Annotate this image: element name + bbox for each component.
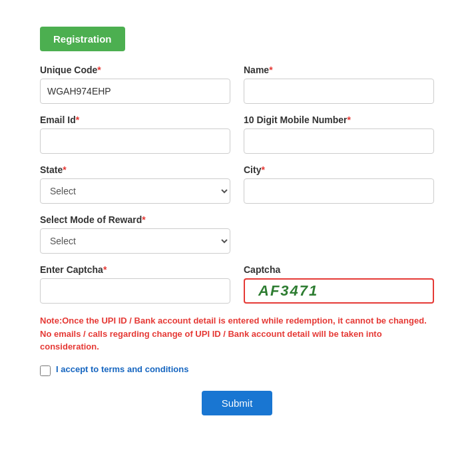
row-captcha: Enter Captcha* Captcha AF3471 — [40, 264, 434, 304]
submit-row: Submit — [40, 391, 434, 415]
mode-reward-label: Select Mode of Reward* — [40, 214, 230, 225]
row-state-city: State* Select City* — [40, 164, 434, 204]
mode-reward-spacer — [244, 214, 434, 254]
city-group: City* — [244, 164, 434, 204]
submit-button[interactable]: Submit — [202, 391, 273, 415]
name-input[interactable] — [244, 79, 434, 104]
mobile-group: 10 Digit Mobile Number* — [244, 115, 434, 154]
name-group: Name* — [244, 65, 434, 104]
enter-captcha-group: Enter Captcha* — [40, 264, 230, 304]
enter-captcha-label: Enter Captcha* — [40, 264, 230, 275]
registration-button[interactable]: Registration — [40, 27, 125, 51]
captcha-display-label: Captcha — [244, 264, 434, 275]
unique-code-label: Unique Code* — [40, 65, 230, 75]
captcha-display: AF3471 — [244, 278, 434, 304]
state-label: State* — [40, 164, 230, 175]
email-input[interactable] — [40, 128, 230, 154]
captcha-display-group: Captcha AF3471 — [244, 264, 434, 304]
mobile-input[interactable] — [244, 128, 434, 154]
email-group: Email Id* — [40, 115, 230, 154]
row-email-mobile: Email Id* 10 Digit Mobile Number* — [40, 115, 434, 154]
name-label: Name* — [244, 65, 434, 75]
mode-reward-group: Select Mode of Reward* Select — [40, 214, 230, 254]
note-text: Note:Once the UPI ID / Bank account deta… — [40, 314, 434, 354]
unique-code-group: Unique Code* — [40, 65, 230, 104]
note-section: Note:Once the UPI ID / Bank account deta… — [40, 314, 434, 354]
mode-reward-select[interactable]: Select — [40, 228, 230, 254]
captcha-input[interactable] — [40, 278, 230, 304]
terms-label[interactable]: I accept to terms and conditions — [56, 364, 188, 374]
state-select[interactable]: Select — [40, 178, 230, 204]
state-group: State* Select — [40, 164, 230, 204]
city-label: City* — [244, 164, 434, 175]
terms-row: I accept to terms and conditions — [40, 364, 434, 377]
mobile-label: 10 Digit Mobile Number* — [244, 115, 434, 125]
row-mode-reward: Select Mode of Reward* Select — [40, 214, 434, 254]
city-input[interactable] — [244, 178, 434, 204]
row-unique-name: Unique Code* Name* — [40, 65, 434, 104]
terms-checkbox[interactable] — [40, 365, 51, 376]
form-container: Registration Unique Code* Name* Email Id… — [13, 13, 461, 435]
unique-code-input[interactable] — [40, 79, 230, 104]
email-label: Email Id* — [40, 115, 230, 125]
